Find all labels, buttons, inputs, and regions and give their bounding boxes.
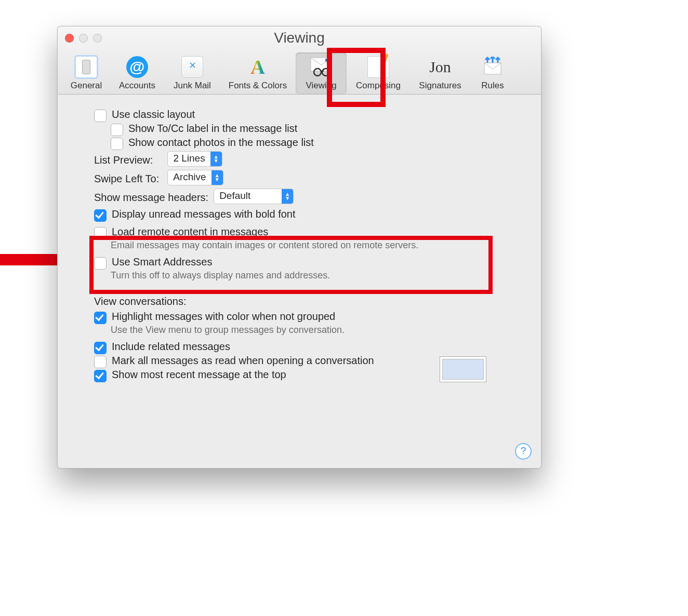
chevron-updown-icon: ▲▼ [282,189,293,204]
checkbox-bold-unread[interactable] [94,209,107,222]
fonts-icon: A [245,55,270,79]
label-view-conversations: View conversations: [94,296,531,307]
rules-icon [480,55,505,79]
label-mark-read: Mark all messages as read when opening a… [112,355,374,367]
select-swipe-left[interactable]: Archive ▲▼ [167,170,223,185]
help-button[interactable]: ? [515,443,532,460]
label-list-preview: List Preview: [94,154,153,166]
select-list-preview[interactable]: 2 Lines ▲▼ [167,151,222,167]
label-highlight-color: Highlight messages with color when not g… [112,311,335,323]
sub-load-remote-content: Email messages may contain images or con… [111,240,531,251]
sub-highlight-color: Use the View menu to group messages by c… [111,325,531,336]
composing-icon [366,55,391,79]
tab-signatures-label: Signatures [419,81,461,91]
select-swipe-left-value: Archive [168,170,211,185]
checkbox-include-related[interactable] [94,342,107,354]
label-recent-top: Show most recent message at the top [112,369,286,381]
select-message-headers-value: Default [214,189,282,204]
titlebar: Viewing General @ Accounts Junk Mail A F… [58,26,541,95]
label-bold-unread: Display unread messages with bold font [112,208,296,220]
viewing-pane: Use classic layout Show To/Cc label in t… [58,95,541,468]
viewing-icon [309,55,334,79]
checkbox-show-tocc[interactable] [111,124,123,136]
signatures-icon: Jon [428,55,453,79]
label-show-tocc: Show To/Cc label in the message list [128,123,297,135]
label-include-related: Include related messages [112,341,230,353]
chevron-updown-icon: ▲▼ [210,152,222,166]
general-icon [74,55,99,79]
highlight-color-well[interactable] [440,356,486,382]
tab-junk-label: Junk Mail [174,81,211,91]
prefs-toolbar: General @ Accounts Junk Mail A Fonts & C… [63,47,536,94]
tab-viewing-label: Viewing [306,81,336,91]
label-load-remote-content: Load remote content in messages [112,226,268,238]
checkbox-classic-layout[interactable] [94,110,107,122]
checkbox-smart-addresses[interactable] [94,257,107,270]
checkbox-recent-top[interactable] [94,370,107,382]
label-classic-layout: Use classic layout [112,109,195,120]
tab-fonts-label: Fonts & Colors [229,81,287,91]
preferences-window: Viewing General @ Accounts Junk Mail A F… [57,26,541,468]
window-title: Viewing [58,30,541,46]
label-contact-photos: Show contact photos in the message list [128,137,314,149]
label-message-headers: Show message headers: [94,192,208,204]
label-smart-addresses: Use Smart Addresses [112,256,212,268]
chevron-updown-icon: ▲▼ [211,170,223,185]
junk-icon [180,55,205,79]
tab-viewing[interactable]: Viewing [296,52,347,94]
tab-rules[interactable]: Rules [470,52,515,94]
tab-signatures[interactable]: Jon Signatures [410,52,470,94]
accounts-icon: @ [125,55,150,79]
label-swipe-left: Swipe Left To: [94,173,159,185]
tab-accounts-label: Accounts [119,81,155,91]
tab-rules-label: Rules [481,81,504,91]
checkbox-highlight-color[interactable] [94,312,107,324]
tab-accounts[interactable]: @ Accounts [110,52,165,94]
tab-composing-label: Composing [356,81,401,91]
sub-smart-addresses: Turn this off to always display names an… [111,270,531,281]
select-message-headers[interactable]: Default ▲▼ [214,189,294,204]
tab-fonts-colors[interactable]: A Fonts & Colors [220,52,296,94]
tab-general-label: General [71,81,102,91]
checkbox-load-remote-content[interactable] [94,227,107,239]
select-list-preview-value: 2 Lines [168,152,210,166]
checkbox-contact-photos[interactable] [111,138,123,150]
tab-junk-mail[interactable]: Junk Mail [165,52,220,94]
tab-general[interactable]: General [63,52,110,94]
tab-composing[interactable]: Composing [347,52,410,94]
svg-rect-1 [325,59,329,62]
checkbox-mark-read[interactable] [94,356,107,368]
